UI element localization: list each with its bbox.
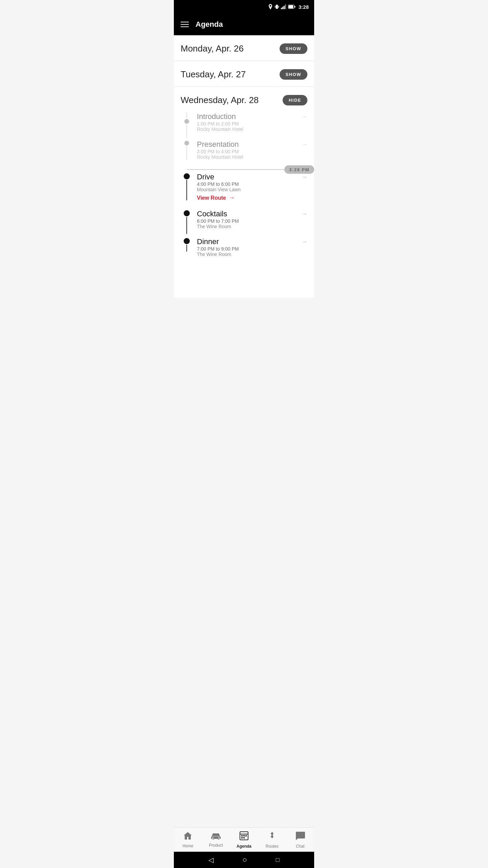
dinner-title: Dinner	[197, 237, 239, 246]
android-back-button[interactable]: ◁	[208, 856, 214, 864]
svg-rect-5	[284, 6, 285, 9]
wednesday-date: Wednesday, Apr. 28	[181, 95, 259, 105]
drive-title: Drive	[197, 173, 241, 181]
event-dinner-row: Dinner 7:00 PM to 9:00 PM The Wine Room …	[181, 237, 307, 271]
drive-location: Mountain View Lawn	[197, 187, 241, 192]
event-drive-row: Drive 4:00 PM to 6:00 PM Mountain View L…	[181, 173, 307, 210]
cocktails-dot	[184, 210, 190, 216]
monday-section: Monday, Apr. 26 SHOW	[174, 35, 314, 61]
intro-time: 1:00 PM to 2:00 PM	[197, 121, 243, 126]
nav-label-home: Home	[182, 844, 193, 848]
drive-arrow: →	[302, 173, 307, 180]
svg-rect-1	[275, 6, 276, 8]
drive-dot	[184, 173, 190, 179]
intro-title: Introduction	[197, 112, 243, 121]
svg-rect-6	[285, 4, 286, 9]
drive-line-bottom	[186, 180, 187, 200]
drive-timeline-left	[181, 173, 193, 200]
hamburger-menu-button[interactable]	[181, 22, 189, 27]
current-time-divider: 3:28 PM	[187, 169, 307, 170]
cocktails-time: 6:00 PM to 7:00 PM	[197, 218, 239, 224]
main-content: Monday, Apr. 26 SHOW Tuesday, Apr. 27 SH…	[174, 35, 314, 298]
cocktails-line-bottom	[186, 217, 187, 234]
presentation-title: Presentation	[197, 140, 243, 149]
dinner-arrow: →	[302, 237, 307, 245]
dinner-time: 7:00 PM to 9:00 PM	[197, 246, 239, 252]
wednesday-hide-button[interactable]: HIDE	[283, 95, 307, 105]
chat-bubble-icon	[295, 831, 305, 843]
intro-arrow: →	[302, 112, 307, 120]
monday-date: Monday, Apr. 26	[181, 43, 244, 54]
drive-content[interactable]: Drive 4:00 PM to 6:00 PM Mountain View L…	[193, 173, 307, 210]
tuesday-section: Tuesday, Apr. 27 SHOW	[174, 61, 314, 86]
nav-item-home[interactable]: Home	[174, 828, 202, 852]
svg-rect-13	[243, 835, 245, 836]
signal-icon	[281, 4, 286, 9]
presentation-arrow: →	[302, 140, 307, 147]
presentation-timeline-left	[181, 140, 193, 160]
intro-line-bottom	[186, 124, 187, 138]
nav-item-product[interactable]: Product	[202, 828, 230, 852]
nav-label-chat: Chat	[296, 844, 304, 849]
car-icon	[210, 832, 221, 842]
event-presentation-row: Presentation 3:00 PM to 4:00 PM Rocky Mo…	[181, 140, 307, 168]
svg-rect-14	[245, 835, 247, 836]
android-nav-bar: ◁ ○ □	[174, 852, 314, 868]
dinner-location: The Wine Room	[197, 252, 239, 257]
dinner-content[interactable]: Dinner 7:00 PM to 9:00 PM The Wine Room …	[193, 237, 307, 271]
svg-rect-2	[278, 6, 279, 8]
wednesday-timeline: Introduction 1:00 PM to 2:00 PM Rocky Mo…	[174, 112, 314, 271]
wednesday-section: Wednesday, Apr. 28 HIDE	[174, 87, 314, 112]
nav-label-agenda: Agenda	[237, 844, 251, 849]
cocktails-timeline-left	[181, 210, 193, 234]
nav-bar: Agenda	[174, 14, 314, 35]
view-route-label: View Route	[197, 195, 226, 201]
monday-show-button[interactable]: SHOW	[280, 43, 307, 54]
svg-rect-9	[288, 5, 293, 8]
svg-rect-12	[241, 835, 243, 836]
nav-item-agenda[interactable]: Agenda	[230, 828, 258, 852]
event-intro-row: Introduction 1:00 PM to 2:00 PM Rocky Mo…	[181, 112, 307, 140]
android-home-button[interactable]: ○	[242, 855, 247, 864]
view-route-link[interactable]: View Route →	[197, 194, 241, 201]
dinner-line-bottom	[186, 245, 187, 252]
cocktails-arrow: →	[302, 210, 307, 217]
nav-label-product: Product	[209, 843, 223, 848]
intro-timeline-left	[181, 112, 193, 138]
bottom-navigation: Home Product Agenda Routes Chat	[174, 827, 314, 852]
svg-rect-16	[243, 837, 245, 839]
cocktails-content[interactable]: Cocktails 6:00 PM to 7:00 PM The Wine Ro…	[193, 210, 307, 237]
tuesday-show-button[interactable]: SHOW	[280, 69, 307, 80]
location-icon	[268, 4, 273, 9]
status-bar: 3:28	[174, 0, 314, 14]
event-cocktails-row: Cocktails 6:00 PM to 7:00 PM The Wine Ro…	[181, 210, 307, 237]
intro-dot	[184, 119, 189, 124]
presentation-time: 3:00 PM to 4:00 PM	[197, 149, 243, 154]
presentation-line-bottom	[186, 146, 187, 160]
intro-line-top	[186, 112, 187, 118]
clock-time: 3:28	[299, 4, 309, 10]
presentation-location: Rocky Mountain Hotel	[197, 154, 243, 160]
cocktails-location: The Wine Room	[197, 224, 239, 229]
nav-label-routes: Routes	[266, 844, 279, 849]
android-recents-button[interactable]: □	[276, 856, 280, 864]
dinner-dot	[184, 238, 190, 244]
status-icons: 3:28	[268, 4, 309, 10]
presentation-content[interactable]: Presentation 3:00 PM to 4:00 PM Rocky Mo…	[193, 140, 307, 168]
dinner-timeline-left	[181, 237, 193, 252]
svg-rect-3	[281, 8, 282, 9]
page-title: Agenda	[196, 20, 223, 29]
intro-content[interactable]: Introduction 1:00 PM to 2:00 PM Rocky Mo…	[193, 112, 307, 140]
drive-time: 4:00 PM to 6:00 PM	[197, 181, 241, 187]
svg-rect-8	[294, 6, 296, 8]
nav-item-routes[interactable]: Routes	[258, 828, 286, 852]
calendar-grid-icon	[239, 831, 249, 843]
intro-location: Rocky Mountain Hotel	[197, 126, 243, 132]
battery-icon	[288, 5, 296, 9]
nav-item-chat[interactable]: Chat	[286, 828, 314, 852]
svg-rect-4	[282, 7, 283, 9]
tuesday-date: Tuesday, Apr. 27	[181, 69, 246, 80]
presentation-dot	[184, 141, 189, 145]
vibrate-icon	[274, 4, 279, 9]
cocktails-title: Cocktails	[197, 210, 239, 218]
